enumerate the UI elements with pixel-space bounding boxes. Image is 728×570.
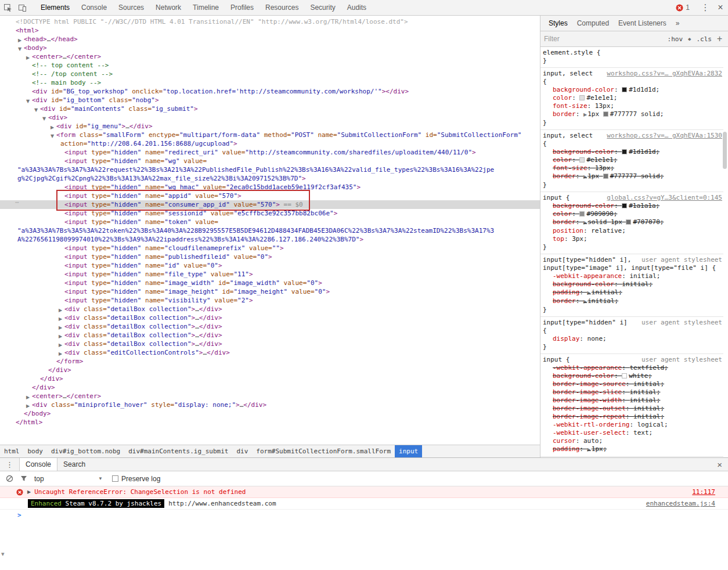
css-property[interactable]: background-color: #1a1a1a;: [543, 202, 722, 210]
dom-tree-line[interactable]: <!DOCTYPE html PUBLIC "-//W3C//DTD HTML …: [0, 17, 540, 26]
preserve-log-checkbox[interactable]: [112, 475, 118, 482]
css-selector[interactable]: input, select: [543, 70, 593, 77]
dom-tree-line[interactable]: </div>: [0, 383, 540, 392]
css-property[interactable]: cursor: auto;: [543, 437, 722, 445]
css-property[interactable]: border-image-outset: initial;: [543, 405, 722, 413]
css-property[interactable]: -webkit-appearance: textfield;: [543, 364, 722, 372]
dom-tree-line[interactable]: ▼<body>: [0, 44, 540, 52]
css-property[interactable]: background-color: initial;: [543, 280, 722, 288]
dom-tree-line[interactable]: ▶<div class="miniprofile_hover" style="d…: [0, 401, 540, 409]
color-swatch[interactable]: [579, 157, 585, 163]
css-property[interactable]: -webkit-appearance: initial;: [543, 272, 722, 280]
sidebar-tab-styles[interactable]: Styles: [544, 16, 572, 31]
dom-tree-line[interactable]: action="http://208.64.201.156:8688/ugcup…: [0, 139, 540, 148]
css-property[interactable]: -webkit-rtl-ordering: logical;: [543, 421, 722, 429]
stylesheet-link[interactable]: workshop.css?v=… gXqhEVAa:2832: [607, 70, 722, 78]
expand-shorthand-icon[interactable]: ▶: [583, 112, 587, 117]
css-selector[interactable]: input {: [543, 356, 570, 363]
css-property[interactable]: color: #e1e1e1;: [543, 94, 722, 102]
log-source-link[interactable]: enhancedsteam.js:4: [646, 500, 715, 507]
css-property[interactable]: color: #909090;: [543, 210, 722, 218]
expand-shorthand-icon[interactable]: ▶: [588, 447, 591, 452]
css-property[interactable]: border: ▶1px #777777 solid;: [543, 110, 722, 119]
tab-profiles[interactable]: Profiles: [225, 0, 260, 15]
state-diamond-icon[interactable]: ◆: [688, 36, 691, 42]
tab-resources[interactable]: Resources: [260, 0, 304, 15]
dom-tree-line[interactable]: <input type="hidden" name="appid" value=…: [0, 192, 540, 200]
dom-tree-line[interactable]: <input type="hidden" name="id" value="0"…: [0, 261, 540, 270]
dom-tree-line[interactable]: <input type="hidden" name="wg" value=: [0, 157, 540, 165]
dom-tree-line[interactable]: <!-- main body -->: [0, 78, 540, 87]
dom-tree-line[interactable]: A%2276561198099974010%22%3Bs%3A9%3A%22ip…: [0, 235, 540, 244]
dom-tree-line[interactable]: <!-- top content -->: [0, 61, 540, 70]
dom-tree-line[interactable]: <input type="hidden" name="file_type" va…: [0, 270, 540, 279]
tab-console[interactable]: Console: [19, 458, 57, 471]
css-property[interactable]: border: ▶solid 1px #707070;: [543, 218, 722, 227]
dom-tree-line[interactable]: ▼<div>: [0, 113, 540, 122]
styles-scrollbar[interactable]: [723, 132, 727, 169]
dom-tree-line[interactable]: </html>: [0, 418, 540, 427]
dom-tree-line[interactable]: ▶<div id="ig_menu">…</div>: [0, 122, 540, 131]
css-property[interactable]: padding: ▶1px;: [543, 445, 722, 454]
dom-tree-line[interactable]: </form>: [0, 357, 540, 366]
dom-tree-line[interactable]: <input type="hidden" name="image_height"…: [0, 287, 540, 296]
css-property[interactable]: border-image-width: initial;: [543, 396, 722, 405]
css-property[interactable]: background-color: #1d1d1d;: [543, 86, 722, 94]
css-selector[interactable]: element.style {: [543, 49, 600, 56]
expand-shorthand-icon[interactable]: ▶: [583, 220, 587, 225]
toggle-element-state-button[interactable]: :hov: [668, 35, 683, 43]
color-swatch[interactable]: [579, 95, 585, 100]
console-prompt[interactable]: >: [0, 510, 728, 520]
dom-tree-line[interactable]: ▶<div class="editCollectionControls">…</…: [0, 348, 540, 357]
element-classes-button[interactable]: .cls: [696, 35, 712, 43]
filter-icon[interactable]: [20, 475, 27, 482]
color-swatch[interactable]: [626, 219, 631, 225]
dom-tree-line[interactable]: <input type="hidden" name="sessionid" va…: [0, 209, 540, 218]
new-style-rule-button[interactable]: +: [717, 34, 722, 44]
color-swatch[interactable]: [622, 373, 627, 378]
expand-shorthand-icon[interactable]: ▶: [588, 290, 591, 295]
css-property[interactable]: border-image-repeat: initial;: [543, 413, 722, 421]
stylesheet-link[interactable]: workshop.css?v=… gXqhEVAa:1530: [607, 132, 722, 140]
dom-tree-line[interactable]: <input type="hidden" name="publishedfile…: [0, 252, 540, 261]
css-property[interactable]: border-image-source: initial;: [543, 380, 722, 388]
dom-tree-line[interactable]: ▶<div class="detailBox collection">…</di…: [0, 322, 540, 331]
dom-tree-line[interactable]: <input type="hidden" name="visibility" v…: [0, 296, 540, 305]
close-drawer-button[interactable]: ×: [711, 458, 728, 471]
dom-tree-line[interactable]: ▶<head>…</head>: [0, 35, 540, 44]
expand-shorthand-icon[interactable]: ▶: [583, 299, 587, 304]
css-selector[interactable]: input {: [543, 194, 570, 201]
error-source-link[interactable]: 11:117: [692, 488, 715, 496]
breadcrumb-item[interactable]: html: [0, 445, 24, 457]
css-property[interactable]: border: ▶1px #777777 solid;: [543, 172, 722, 181]
css-property[interactable]: padding: ▶initial;: [543, 288, 722, 297]
tab-timeline[interactable]: Timeline: [187, 0, 225, 15]
tab-security[interactable]: Security: [304, 0, 341, 15]
dom-tree-line[interactable]: ▼<div id="ig_bottom" class="nobg">: [0, 96, 540, 104]
dom-tree-line[interactable]: ▶<center>…</center>: [0, 392, 540, 401]
dom-tree-line[interactable]: "a%3A3%3A%7Bs%3A5%3A%22token%22%3Bs%3A40…: [0, 226, 540, 235]
css-property[interactable]: border-image-slice: initial;: [543, 388, 722, 396]
css-property[interactable]: font-size: 13px;: [543, 164, 722, 172]
execution-context-select[interactable]: top ▼: [34, 475, 103, 483]
breadcrumb-item[interactable]: form#SubmitCollectionForm.smallForm: [252, 445, 395, 457]
dom-tree-line[interactable]: "a%3A3%3A%7Bs%3A7%3A%22request%22%3Bs%3A…: [0, 165, 540, 174]
drawer-menu-icon[interactable]: ⋮: [0, 458, 19, 471]
dom-tree-line[interactable]: <input type="hidden" name="cloudfilename…: [0, 244, 540, 252]
styles-filter-input[interactable]: [544, 35, 631, 43]
overflow-menu-icon[interactable]: ⋮: [698, 2, 713, 13]
close-devtools-button[interactable]: ×: [713, 2, 728, 13]
breadcrumb-item[interactable]: div: [232, 445, 252, 457]
tab-search[interactable]: Search: [57, 458, 91, 471]
css-property[interactable]: background-color: #1d1d1d;: [543, 148, 722, 156]
dom-tree-line[interactable]: ▼<div id="mainContents" class="ig_submit…: [0, 104, 540, 113]
dom-tree-line[interactable]: ⋯<input type="hidden" name="consumer_app…: [0, 200, 540, 209]
css-property[interactable]: color: #e1e1e1;: [543, 156, 722, 164]
css-selector[interactable]: input[type="image" i], input[type="file"…: [543, 264, 716, 272]
color-swatch[interactable]: [603, 111, 608, 117]
sidebar-tab-computed[interactable]: Computed: [572, 16, 614, 31]
device-toolbar-icon[interactable]: [15, 0, 30, 15]
breadcrumb-item[interactable]: body: [24, 445, 48, 457]
color-swatch[interactable]: [622, 149, 627, 154]
css-property[interactable]: -webkit-user-select: text;: [543, 429, 722, 437]
